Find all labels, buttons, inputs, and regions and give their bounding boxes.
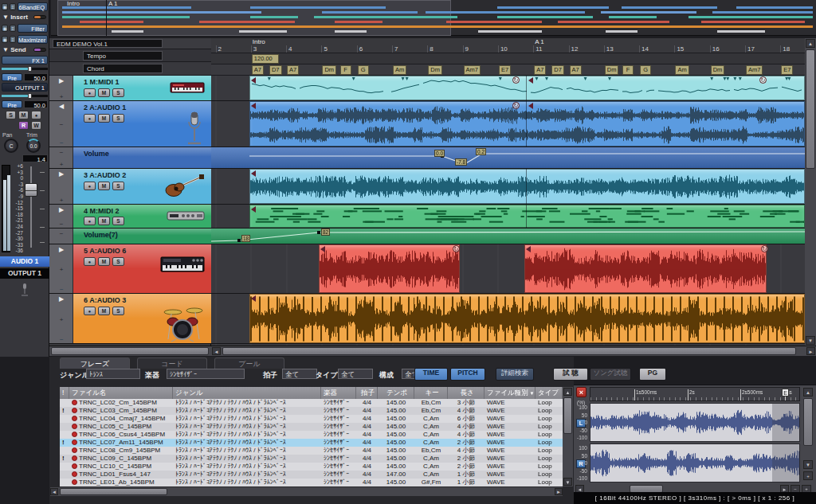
mute-button[interactable]: M (98, 307, 110, 315)
tab-pool[interactable]: プール (214, 357, 284, 369)
mute-button[interactable]: M (18, 111, 29, 119)
time-button[interactable]: TIME (414, 368, 448, 381)
track-expand-strip[interactable]: − (49, 229, 73, 244)
scroll-down-icon[interactable]: ▼ (563, 478, 572, 486)
minus-icon[interactable]: − (49, 221, 73, 228)
tempo-lane[interactable]: 120.00 (211, 53, 805, 64)
clip-lane[interactable]: ↻↻ (211, 244, 805, 294)
chord-event[interactable]: Am (393, 65, 406, 75)
send2-value[interactable]: 50.0 (24, 100, 48, 108)
track-row[interactable]: ▶+3 A:AUDIO 2●MS (49, 169, 211, 205)
track-row[interactable]: ▶+1 M:MIDI 1●MS (49, 76, 211, 101)
close-icon[interactable]: × (576, 387, 586, 397)
measure-ruler[interactable]: 23456789101112131415161718 (211, 46, 805, 53)
automation-value[interactable]: 18 (241, 235, 250, 242)
insert-level-pill[interactable] (33, 15, 46, 19)
clip-lane[interactable]: ↻ (211, 101, 805, 147)
clip-lane[interactable] (211, 169, 805, 205)
filter-field[interactable]: ｼﾝｾｻｲｻﾞｰ (167, 369, 245, 379)
automation-lane[interactable]: 1882 (211, 229, 805, 244)
menu-icon[interactable]: ≡ (10, 3, 16, 10)
filter-field[interactable]: 全て (338, 369, 373, 379)
table-row[interactable]: TRNC_LC08_Cm9_145BPMﾄﾗﾝｽ / ﾊｰﾄﾞｺｱﾃｸﾉ / ﾃ… (60, 447, 563, 455)
column-header[interactable]: ジャンル (173, 387, 321, 399)
track-row[interactable]: ▶+~6 A:AUDIO 3●MS (49, 294, 211, 344)
automation-value[interactable]: 0.2 (476, 148, 486, 155)
minus-icon[interactable]: − (49, 149, 73, 156)
tracklist-hscrollbar[interactable] (49, 346, 211, 356)
plus-icon[interactable]: + (49, 197, 73, 204)
record-button[interactable]: ● (84, 257, 96, 266)
maximizer-slot-button[interactable]: Maximizer (18, 35, 48, 44)
table-vscrollbar[interactable]: ▲ ▼ (563, 387, 573, 486)
clip-start-marker-icon[interactable] (528, 103, 533, 109)
chord-event[interactable]: E7 (781, 65, 793, 75)
scroll-left-icon[interactable]: ◄ (212, 347, 221, 355)
filter-field[interactable]: 全て (282, 369, 317, 379)
chord-event[interactable]: F (622, 65, 634, 75)
track-name[interactable]: 2 A:AUDIO 1 (84, 104, 126, 111)
table-hscrollbar[interactable]: ◄ ► (50, 487, 563, 496)
menu-icon[interactable]: ≡ (10, 25, 16, 32)
column-header[interactable]: テンポ (378, 387, 414, 399)
clip-start-marker-icon[interactable] (251, 103, 256, 109)
eq-button[interactable]: 6BandEQ (18, 2, 48, 11)
track-name[interactable]: 1 M:MIDI 1 (84, 78, 120, 86)
menu-icon[interactable]: ≡ (10, 36, 16, 43)
clip-lane[interactable] (211, 294, 805, 344)
chord-lane[interactable]: A7D7A7DmFGAmDmAm7E7A7D7A7DmFGAmDmAm7E7 (211, 64, 805, 76)
power-icon[interactable]: ◉ (2, 36, 8, 43)
track-expand-strip[interactable]: ◀−~ (49, 101, 73, 147)
clip-start-marker-icon[interactable] (528, 77, 533, 84)
loop-marker-icon[interactable]: ↻ (512, 76, 520, 84)
collapse-icon[interactable]: ▼ (2, 14, 10, 21)
audio-clip[interactable] (524, 244, 767, 293)
expand-right-icon[interactable]: ▶ (49, 170, 73, 178)
automation-point[interactable] (237, 239, 241, 242)
record-button[interactable]: ● (84, 307, 96, 315)
chord-event[interactable]: Am7 (746, 65, 763, 75)
loop-marker-icon[interactable]: ↻ (761, 245, 768, 252)
mute-button[interactable]: M (98, 257, 110, 266)
column-header[interactable]: タイプ (536, 387, 563, 399)
column-header[interactable]: ファイル名 (69, 387, 173, 399)
record-button[interactable]: ● (31, 111, 41, 119)
scroll-right-icon[interactable]: ► (806, 347, 815, 355)
mute-button[interactable]: M (98, 217, 110, 225)
track-name[interactable]: 5 A:AUDIO 6 (84, 247, 126, 255)
automation-point[interactable] (317, 231, 320, 234)
mute-button[interactable]: M (98, 88, 110, 97)
track-row[interactable]: ▶+~5 A:AUDIO 6●MS (49, 244, 211, 294)
minus-icon[interactable]: − (49, 121, 73, 128)
record-button[interactable]: ● (84, 88, 96, 97)
chord-event[interactable]: A7 (287, 65, 299, 75)
chord-track-field[interactable]: Chord (83, 64, 163, 73)
expand-left-icon[interactable]: ◀ (49, 103, 73, 110)
automation-value[interactable]: 82 (321, 229, 330, 236)
chord-event[interactable]: D7 (551, 65, 564, 75)
chord-event[interactable]: Dm (322, 65, 336, 75)
song-title-field[interactable]: EDM DEMO Vol.1 (53, 39, 163, 48)
waveform-icon[interactable]: ~ (49, 286, 73, 293)
clip-start-marker-icon[interactable] (251, 77, 256, 84)
waveform-icon[interactable]: ~ (49, 336, 73, 343)
track-expand-strip[interactable]: ▶+~ (49, 294, 73, 343)
track-lanes[interactable]: ↻↻↻0.0-7.80.21882↻↻ (211, 76, 805, 346)
mute-button[interactable]: M (98, 182, 110, 190)
chord-event[interactable]: D7 (269, 65, 282, 75)
clip-start-marker-icon[interactable] (251, 206, 256, 213)
clip-lane[interactable] (211, 205, 805, 229)
clip-lane[interactable]: ↻↻ (211, 76, 805, 101)
column-header[interactable]: ファイル種別 ▼ (484, 387, 536, 399)
chord-event[interactable]: G (358, 65, 369, 75)
column-header[interactable]: 楽器 (321, 387, 356, 399)
automation-subtrack-row[interactable]: −Volume(7) (49, 229, 211, 244)
plus-icon[interactable]: + (49, 316, 73, 323)
preview-vscrollbar[interactable]: ▲ ▼ + (802, 387, 814, 483)
pre-button[interactable]: Pre (2, 73, 22, 81)
chord-event[interactable]: Dm (605, 65, 619, 75)
loop-marker-icon[interactable]: ↻ (759, 76, 767, 84)
plus-icon[interactable]: + (49, 161, 73, 168)
expand-right-icon[interactable]: ▶ (49, 246, 73, 253)
chord-event[interactable]: A7 (252, 65, 264, 75)
